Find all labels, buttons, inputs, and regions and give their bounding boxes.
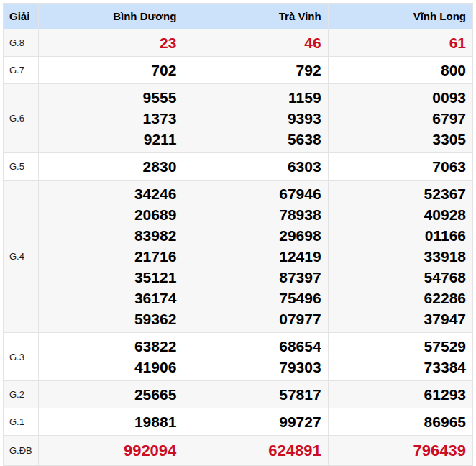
result-number: 87397 <box>183 267 321 288</box>
result-number: 792 <box>183 60 321 81</box>
result-number: 9555 <box>39 87 176 108</box>
header-row: Giải Bình Dương Trà Vinh Vĩnh Long <box>4 4 473 29</box>
results-header: Giải Bình Dương Trà Vinh Vĩnh Long <box>4 4 473 29</box>
result-cell: 7063 <box>328 153 472 181</box>
result-number: 57817 <box>183 384 321 405</box>
result-cell: 34246206898398221716351213617459362 <box>39 181 183 333</box>
result-number: 29698 <box>183 225 321 246</box>
result-cell: 2830 <box>39 153 183 181</box>
result-number: 624891 <box>183 440 321 461</box>
result-cell: 67946789382969812419873977549607977 <box>183 181 328 333</box>
result-number: 37947 <box>329 309 466 329</box>
table-row: G.5283063037063 <box>4 153 473 181</box>
header-province-binh-duong: Bình Dương <box>39 4 183 29</box>
result-cell: 6303 <box>183 153 328 181</box>
result-number: 1373 <box>39 108 176 129</box>
result-number: 79303 <box>183 357 321 378</box>
prize-label: G.5 <box>4 153 39 181</box>
result-number: 3305 <box>329 129 466 150</box>
result-number: 2830 <box>39 156 176 177</box>
result-number: 78938 <box>183 204 321 225</box>
result-number: 57529 <box>329 336 466 357</box>
result-cell: 46 <box>183 29 328 57</box>
result-number: 19881 <box>39 411 176 432</box>
result-cell: 792 <box>183 57 328 84</box>
result-cell: 61 <box>328 29 472 57</box>
result-number: 12419 <box>183 246 321 267</box>
table-row: G.3638224190668654793035752973384 <box>4 333 473 381</box>
result-number: 1159 <box>183 87 321 108</box>
prize-label: G.7 <box>4 57 39 84</box>
lottery-results-panel: Giải Bình Dương Trà Vinh Vĩnh Long G.823… <box>3 3 473 466</box>
result-cell: 115993935638 <box>183 84 328 153</box>
result-number: 63822 <box>39 336 176 357</box>
result-number: 59362 <box>39 309 176 329</box>
result-number: 23 <box>39 32 176 53</box>
result-cell: 86965 <box>328 408 472 436</box>
prize-label: G.6 <box>4 84 39 153</box>
result-number: 52367 <box>329 183 466 204</box>
result-number: 61 <box>329 32 466 53</box>
result-number: 6797 <box>329 108 466 129</box>
prize-label: G.2 <box>4 381 39 408</box>
result-number: 9211 <box>39 129 176 150</box>
result-number: 01166 <box>329 225 466 246</box>
result-number: 83982 <box>39 225 176 246</box>
result-number: 34246 <box>39 183 176 204</box>
result-number: 6303 <box>183 156 321 177</box>
result-number: 800 <box>329 60 466 81</box>
result-cell: 5752973384 <box>328 333 472 381</box>
result-number: 702 <box>39 60 176 81</box>
result-number: 796439 <box>329 440 466 461</box>
result-number: 5638 <box>183 129 321 150</box>
result-number: 7063 <box>329 156 466 177</box>
table-row: G.43424620689839822171635121361745936267… <box>4 181 473 333</box>
result-number: 86965 <box>329 411 466 432</box>
result-number: 62286 <box>329 288 466 309</box>
result-number: 07977 <box>183 309 321 329</box>
result-number: 73384 <box>329 357 466 378</box>
table-row: G.6955513739211115993935638009367973305 <box>4 84 473 153</box>
result-number: 992094 <box>39 440 176 461</box>
table-row: G.ĐB992094624891796439 <box>4 436 473 466</box>
result-cell: 19881 <box>39 408 183 436</box>
result-cell: 99727 <box>183 408 328 436</box>
result-number: 67946 <box>183 183 321 204</box>
result-number: 35121 <box>39 267 176 288</box>
result-number: 68654 <box>183 336 321 357</box>
result-number: 54768 <box>329 267 466 288</box>
result-cell: 992094 <box>39 436 183 466</box>
result-number: 21716 <box>39 246 176 267</box>
table-row: G.7702792800 <box>4 57 473 84</box>
results-body: G.8234661G.7702792800G.69555137392111159… <box>4 29 473 466</box>
result-cell: 624891 <box>183 436 328 466</box>
result-cell: 6865479303 <box>183 333 328 381</box>
prize-label: G.1 <box>4 408 39 436</box>
result-cell: 955513739211 <box>39 84 183 153</box>
result-number: 33918 <box>329 246 466 267</box>
prize-label: G.8 <box>4 29 39 57</box>
result-number: 41906 <box>39 357 176 378</box>
result-cell: 52367409280116633918547686228637947 <box>328 181 472 333</box>
result-cell: 6382241906 <box>39 333 183 381</box>
lottery-results-table: Giải Bình Dương Trà Vinh Vĩnh Long G.823… <box>3 3 473 466</box>
result-cell: 25665 <box>39 381 183 408</box>
result-cell: 57817 <box>183 381 328 408</box>
header-province-vinh-long: Vĩnh Long <box>328 4 472 29</box>
table-row: G.1198819972786965 <box>4 408 473 436</box>
result-cell: 23 <box>39 29 183 57</box>
result-number: 20689 <box>39 204 176 225</box>
result-number: 46 <box>183 32 321 53</box>
result-number: 61293 <box>329 384 466 405</box>
result-number: 75496 <box>183 288 321 309</box>
result-number: 0093 <box>329 87 466 108</box>
prize-label: G.4 <box>4 181 39 333</box>
result-cell: 796439 <box>328 436 472 466</box>
prize-label: G.ĐB <box>4 436 39 466</box>
header-province-tra-vinh: Trà Vinh <box>183 4 328 29</box>
prize-label: G.3 <box>4 333 39 381</box>
result-cell: 800 <box>328 57 472 84</box>
result-number: 99727 <box>183 411 321 432</box>
result-number: 25665 <box>39 384 176 405</box>
header-prize-column: Giải <box>4 4 39 29</box>
